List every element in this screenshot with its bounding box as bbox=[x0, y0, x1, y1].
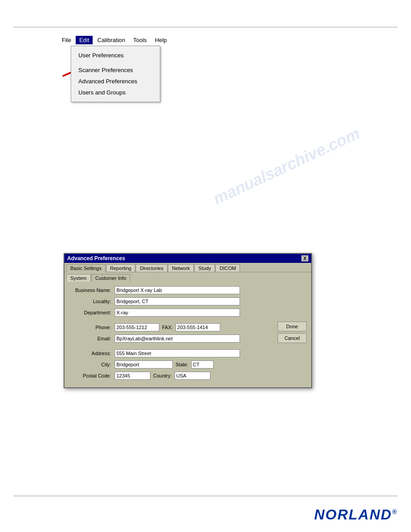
fax-label: FAX: bbox=[162, 325, 173, 330]
phone-input[interactable] bbox=[115, 323, 159, 331]
menu-file[interactable]: File bbox=[58, 36, 75, 44]
dialog-close-button[interactable]: X bbox=[301, 255, 308, 262]
dialog-tab-bar: Basic Settings Reporting Directories Net… bbox=[64, 263, 311, 272]
menu-tools[interactable]: Tools bbox=[130, 36, 150, 44]
country-label: Country: bbox=[153, 373, 172, 378]
city-row: City: State: bbox=[70, 360, 306, 369]
dialog-subtab-bar: System Customer Info bbox=[64, 272, 311, 282]
state-label: State: bbox=[176, 362, 188, 367]
tab-network[interactable]: Network bbox=[168, 264, 194, 272]
city-input[interactable] bbox=[115, 360, 173, 369]
dialog-form: Business Name: Locality: Department: Pho… bbox=[64, 282, 311, 387]
advanced-preferences-dialog: Advanced Preferences X Basic Settings Re… bbox=[64, 253, 312, 388]
phone-row: Phone: FAX: bbox=[70, 323, 306, 331]
menu-advanced-preferences[interactable]: Advanced Preferences bbox=[71, 76, 160, 87]
fax-input[interactable] bbox=[176, 323, 220, 331]
address-label: Address: bbox=[70, 351, 115, 356]
postal-input[interactable] bbox=[115, 372, 150, 380]
done-button[interactable]: Done bbox=[278, 322, 307, 331]
dialog-titlebar: Advanced Preferences X bbox=[64, 254, 311, 263]
tab-basic-settings[interactable]: Basic Settings bbox=[66, 264, 106, 272]
email-label: Email: bbox=[70, 336, 115, 341]
tab-dicom[interactable]: DICOM bbox=[215, 264, 240, 272]
department-row: Department: bbox=[70, 309, 306, 317]
email-input[interactable] bbox=[115, 335, 240, 343]
dialog-buttons: Done Cancel bbox=[278, 322, 307, 343]
top-divider bbox=[13, 27, 398, 27]
postal-row: Postal Code: Country: bbox=[70, 372, 306, 380]
locality-input[interactable] bbox=[115, 297, 240, 305]
cancel-button[interactable]: Cancel bbox=[278, 333, 307, 343]
tab-reporting[interactable]: Reporting bbox=[106, 264, 136, 272]
subtab-customer-info[interactable]: Customer Info bbox=[91, 274, 130, 282]
postal-label: Postal Code: bbox=[70, 373, 115, 378]
business-name-input[interactable] bbox=[115, 286, 240, 294]
tab-study[interactable]: Study bbox=[194, 264, 215, 272]
state-input[interactable] bbox=[191, 360, 214, 369]
menu-bar: File Edit Calibration Tools Help bbox=[58, 36, 171, 44]
locality-label: Locality: bbox=[70, 299, 115, 304]
dialog-title: Advanced Preferences bbox=[67, 255, 125, 262]
menu-area: File Edit Calibration Tools Help User Pr… bbox=[58, 36, 171, 44]
menu-users-groups[interactable]: Users and Groups bbox=[71, 87, 160, 98]
menu-edit[interactable]: Edit bbox=[76, 36, 93, 44]
tab-directories[interactable]: Directories bbox=[136, 264, 167, 272]
business-name-row: Business Name: bbox=[70, 286, 306, 294]
address-row: Address: bbox=[70, 349, 306, 357]
department-label: Department: bbox=[70, 310, 115, 315]
country-input[interactable] bbox=[175, 372, 210, 380]
bottom-divider bbox=[13, 496, 398, 496]
menu-scanner-preferences[interactable]: Scanner Preferences bbox=[71, 64, 160, 76]
watermark: manualsarchive.com bbox=[210, 124, 363, 209]
address-input[interactable] bbox=[115, 349, 240, 357]
menu-calibration[interactable]: Calibration bbox=[94, 36, 128, 44]
department-input[interactable] bbox=[115, 309, 240, 317]
menu-user-preferences[interactable]: User Preferences bbox=[71, 50, 160, 61]
city-label: City: bbox=[70, 362, 115, 367]
email-row: Email: bbox=[70, 335, 306, 343]
norland-logo: NORLAND® bbox=[314, 506, 398, 523]
norland-logo-text: NORLAND bbox=[314, 506, 392, 523]
locality-row: Locality: bbox=[70, 297, 306, 305]
business-name-label: Business Name: bbox=[70, 287, 115, 293]
edit-dropdown: User Preferences Scanner Preferences Adv… bbox=[71, 46, 160, 102]
norland-registered: ® bbox=[392, 508, 398, 515]
subtab-system[interactable]: System bbox=[66, 274, 91, 282]
menu-help[interactable]: Help bbox=[151, 36, 171, 44]
phone-label: Phone: bbox=[70, 325, 115, 330]
